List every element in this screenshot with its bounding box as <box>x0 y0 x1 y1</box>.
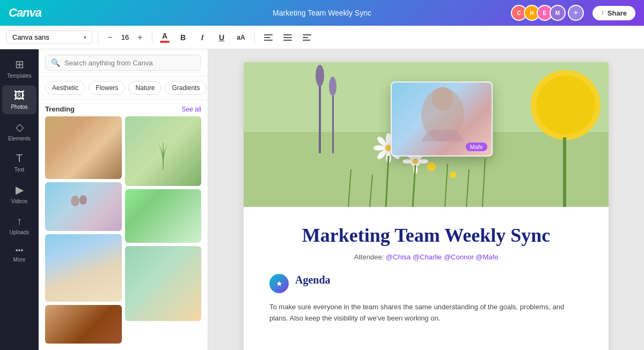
formatting-toolbar: Canva sans ▾ − 16 + A B I U aA <box>0 26 644 49</box>
text-icon: T <box>16 152 23 165</box>
attendee-names: @Chisa @Charlie @Connor @Mafe <box>386 253 499 261</box>
sidebar-item-more[interactable]: ••• More <box>2 242 36 267</box>
sidebar-item-templates-label: Templates <box>7 73 32 79</box>
chevron-down-icon: ▾ <box>84 34 86 40</box>
search-icon: 🔍 <box>51 58 60 67</box>
chip-nature[interactable]: Nature <box>128 81 162 95</box>
agenda-label: Agenda <box>295 274 331 286</box>
attendee-line: Attendee: @Chisa @Charlie @Connor @Mafe <box>269 253 583 261</box>
more-icon: ••• <box>16 246 24 255</box>
sidebar-icons: ⊞ Templates 🖼 Photos ◇ Elements T Text ▶… <box>0 49 39 350</box>
search-input[interactable] <box>64 59 195 67</box>
underline-button[interactable]: U <box>214 29 230 46</box>
filter-chips: Aesthetic Flowers Nature Gradients › <box>39 77 208 100</box>
list-icon <box>283 34 292 41</box>
photo-column-2 <box>125 116 202 344</box>
sidebar-item-uploads[interactable]: ↑ Uploads <box>2 211 36 240</box>
sidebar-item-photos-label: Photos <box>11 104 27 110</box>
separator <box>152 31 152 44</box>
font-size-value: 16 <box>119 33 131 41</box>
chip-aesthetic[interactable]: Aesthetic <box>45 81 85 95</box>
photo-item-women1[interactable] <box>45 182 122 230</box>
topbar: Canva Marketing Team Weekly Sync C H E M… <box>0 0 644 26</box>
videos-icon: ▶ <box>16 183 24 196</box>
search-bar: 🔍 <box>39 49 208 77</box>
font-color-label: A <box>162 32 167 40</box>
sidebar-item-elements[interactable]: ◇ Elements <box>2 116 36 146</box>
font-size-control: − 16 + <box>104 31 147 44</box>
font-family-selector[interactable]: Canva sans ▾ <box>6 31 92 44</box>
trending-title: Trending <box>45 105 75 113</box>
avatar: M <box>550 5 566 21</box>
share-label: Share <box>608 9 627 17</box>
photos-panel: 🔍 Aesthetic Flowers Nature Gradients › T… <box>39 49 208 350</box>
uploads-icon: ↑ <box>17 215 22 227</box>
photos-icon: 🖼 <box>14 90 25 102</box>
font-name: Canva sans <box>12 33 49 41</box>
increase-font-size-button[interactable]: + <box>134 31 147 44</box>
drag-overlay: Mafe <box>391 81 493 157</box>
chip-gradients[interactable]: Gradients <box>165 81 207 95</box>
templates-icon: ⊞ <box>15 58 24 71</box>
photo-item-plant[interactable] <box>125 116 202 186</box>
photo-grid <box>39 116 208 350</box>
agenda-body: To make sure everyone in the team shares… <box>269 302 583 324</box>
agenda-section: ★ Agenda <box>269 274 583 293</box>
photo-item-food[interactable] <box>45 116 122 179</box>
align-left-icon <box>264 34 273 41</box>
agenda-icon: ★ <box>269 274 289 293</box>
more-align-button[interactable] <box>299 29 315 46</box>
search-input-wrap: 🔍 <box>45 55 201 71</box>
svg-point-4 <box>432 87 453 110</box>
canvas-content: Marketing Team Weekly Sync Attendee: @Ch… <box>244 207 609 341</box>
sidebar-item-videos-label: Videos <box>11 198 27 204</box>
sidebar-item-photos[interactable]: 🖼 Photos <box>2 85 36 114</box>
agenda-content: Agenda <box>295 274 331 286</box>
share-button[interactable]: ↑ Share <box>592 6 635 20</box>
photo-column-1 <box>45 116 122 344</box>
sidebar-item-uploads-label: Uploads <box>10 229 30 235</box>
separator <box>254 31 255 44</box>
decrease-font-size-button[interactable]: − <box>104 31 116 44</box>
main-layout: ⊞ Templates 🖼 Photos ◇ Elements T Text ▶… <box>0 49 644 350</box>
avatar-group: C H E M + <box>511 5 584 21</box>
photo-item-extra1[interactable] <box>45 305 122 344</box>
case-button[interactable]: aA <box>233 29 249 46</box>
share-icon: ↑ <box>601 9 604 17</box>
topbar-left: Canva <box>9 6 41 20</box>
list-button[interactable] <box>280 29 296 46</box>
document-main-title: Marketing Team Weekly Sync <box>269 224 583 247</box>
sidebar-item-elements-label: Elements <box>8 136 31 142</box>
sidebar-item-more-label: More <box>13 257 26 263</box>
document-title: Marketing Team Weekly Sync <box>273 9 371 17</box>
separator <box>98 31 98 44</box>
more-align-icon <box>303 34 311 41</box>
attendee-label: Attendee: <box>354 253 384 261</box>
canvas-area: Mafe <box>208 49 644 350</box>
photo-item-sunglasses[interactable] <box>125 189 202 243</box>
add-collaborator-button[interactable]: + <box>568 5 584 21</box>
sidebar-item-text-label: Text <box>14 167 24 173</box>
sidebar-item-videos[interactable]: ▶ Videos <box>2 179 36 208</box>
sidebar-item-text[interactable]: T Text <box>2 148 36 177</box>
see-all-link[interactable]: See all <box>181 106 201 113</box>
sidebar-item-templates[interactable]: ⊞ Templates <box>2 54 36 83</box>
chip-flowers[interactable]: Flowers <box>89 81 125 95</box>
photo-item-yoga[interactable] <box>125 246 202 321</box>
mafe-badge: Mafe <box>466 143 487 151</box>
canva-logo: Canva <box>9 6 41 20</box>
topbar-right: C H E M + ↑ Share <box>511 5 635 21</box>
photo-item-pampas[interactable] <box>45 234 122 302</box>
font-color-button[interactable]: A <box>158 31 172 44</box>
svg-point-0 <box>71 196 79 206</box>
italic-button[interactable]: I <box>194 29 210 46</box>
color-swatch <box>160 41 170 43</box>
bold-button[interactable]: B <box>175 29 191 46</box>
svg-point-1 <box>79 195 87 205</box>
align-left-button[interactable] <box>260 29 276 46</box>
elements-icon: ◇ <box>16 121 24 133</box>
trending-header: Trending See all <box>39 100 208 116</box>
